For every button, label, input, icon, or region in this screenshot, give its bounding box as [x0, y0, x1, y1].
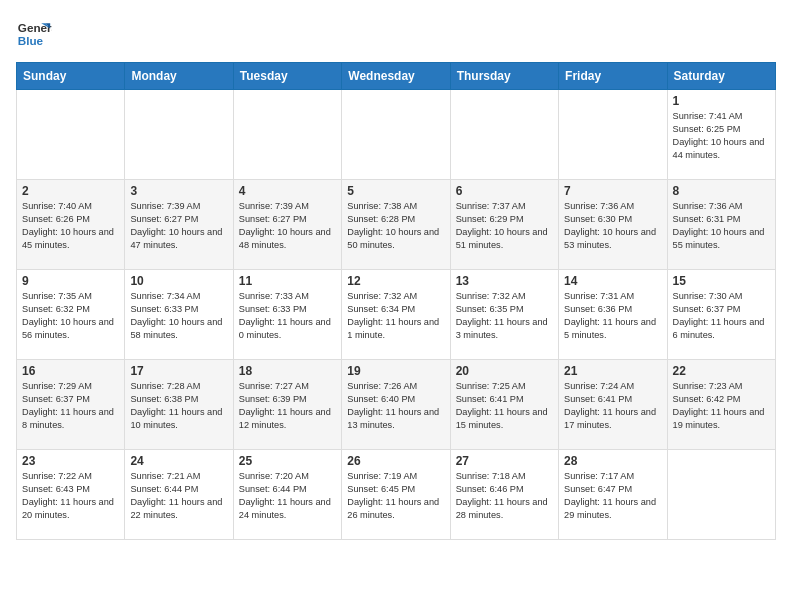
calendar-cell: 8Sunrise: 7:36 AM Sunset: 6:31 PM Daylig… — [667, 180, 775, 270]
calendar-cell: 7Sunrise: 7:36 AM Sunset: 6:30 PM Daylig… — [559, 180, 667, 270]
day-info: Sunrise: 7:22 AM Sunset: 6:43 PM Dayligh… — [22, 470, 119, 522]
day-number: 14 — [564, 274, 661, 288]
day-number: 20 — [456, 364, 553, 378]
calendar-week-1: 1Sunrise: 7:41 AM Sunset: 6:25 PM Daylig… — [17, 90, 776, 180]
day-info: Sunrise: 7:27 AM Sunset: 6:39 PM Dayligh… — [239, 380, 336, 432]
day-number: 7 — [564, 184, 661, 198]
calendar-cell — [233, 90, 341, 180]
logo: General Blue — [16, 16, 52, 52]
calendar-week-2: 2Sunrise: 7:40 AM Sunset: 6:26 PM Daylig… — [17, 180, 776, 270]
calendar-cell: 22Sunrise: 7:23 AM Sunset: 6:42 PM Dayli… — [667, 360, 775, 450]
calendar-cell: 4Sunrise: 7:39 AM Sunset: 6:27 PM Daylig… — [233, 180, 341, 270]
calendar-table: SundayMondayTuesdayWednesdayThursdayFrid… — [16, 62, 776, 540]
day-number: 26 — [347, 454, 444, 468]
calendar-cell: 19Sunrise: 7:26 AM Sunset: 6:40 PM Dayli… — [342, 360, 450, 450]
day-info: Sunrise: 7:25 AM Sunset: 6:41 PM Dayligh… — [456, 380, 553, 432]
calendar-week-4: 16Sunrise: 7:29 AM Sunset: 6:37 PM Dayli… — [17, 360, 776, 450]
day-info: Sunrise: 7:32 AM Sunset: 6:35 PM Dayligh… — [456, 290, 553, 342]
day-number: 10 — [130, 274, 227, 288]
calendar-cell: 16Sunrise: 7:29 AM Sunset: 6:37 PM Dayli… — [17, 360, 125, 450]
day-info: Sunrise: 7:33 AM Sunset: 6:33 PM Dayligh… — [239, 290, 336, 342]
day-info: Sunrise: 7:24 AM Sunset: 6:41 PM Dayligh… — [564, 380, 661, 432]
day-number: 23 — [22, 454, 119, 468]
day-number: 24 — [130, 454, 227, 468]
day-info: Sunrise: 7:28 AM Sunset: 6:38 PM Dayligh… — [130, 380, 227, 432]
day-number: 22 — [673, 364, 770, 378]
day-info: Sunrise: 7:21 AM Sunset: 6:44 PM Dayligh… — [130, 470, 227, 522]
day-number: 3 — [130, 184, 227, 198]
calendar-cell: 9Sunrise: 7:35 AM Sunset: 6:32 PM Daylig… — [17, 270, 125, 360]
page-header: General Blue — [16, 16, 776, 52]
day-number: 21 — [564, 364, 661, 378]
calendar-cell: 20Sunrise: 7:25 AM Sunset: 6:41 PM Dayli… — [450, 360, 558, 450]
calendar-cell — [125, 90, 233, 180]
day-info: Sunrise: 7:31 AM Sunset: 6:36 PM Dayligh… — [564, 290, 661, 342]
weekday-header-thursday: Thursday — [450, 63, 558, 90]
logo-icon: General Blue — [16, 16, 52, 52]
day-info: Sunrise: 7:18 AM Sunset: 6:46 PM Dayligh… — [456, 470, 553, 522]
calendar-cell: 26Sunrise: 7:19 AM Sunset: 6:45 PM Dayli… — [342, 450, 450, 540]
calendar-cell: 2Sunrise: 7:40 AM Sunset: 6:26 PM Daylig… — [17, 180, 125, 270]
calendar-cell: 10Sunrise: 7:34 AM Sunset: 6:33 PM Dayli… — [125, 270, 233, 360]
calendar-cell: 11Sunrise: 7:33 AM Sunset: 6:33 PM Dayli… — [233, 270, 341, 360]
calendar-cell: 14Sunrise: 7:31 AM Sunset: 6:36 PM Dayli… — [559, 270, 667, 360]
day-info: Sunrise: 7:41 AM Sunset: 6:25 PM Dayligh… — [673, 110, 770, 162]
weekday-header-friday: Friday — [559, 63, 667, 90]
day-number: 12 — [347, 274, 444, 288]
day-info: Sunrise: 7:20 AM Sunset: 6:44 PM Dayligh… — [239, 470, 336, 522]
calendar-cell — [450, 90, 558, 180]
day-info: Sunrise: 7:34 AM Sunset: 6:33 PM Dayligh… — [130, 290, 227, 342]
weekday-header-tuesday: Tuesday — [233, 63, 341, 90]
day-number: 1 — [673, 94, 770, 108]
day-number: 4 — [239, 184, 336, 198]
calendar-week-3: 9Sunrise: 7:35 AM Sunset: 6:32 PM Daylig… — [17, 270, 776, 360]
calendar-cell: 25Sunrise: 7:20 AM Sunset: 6:44 PM Dayli… — [233, 450, 341, 540]
day-number: 25 — [239, 454, 336, 468]
day-info: Sunrise: 7:26 AM Sunset: 6:40 PM Dayligh… — [347, 380, 444, 432]
weekday-header-saturday: Saturday — [667, 63, 775, 90]
day-number: 6 — [456, 184, 553, 198]
calendar-cell — [667, 450, 775, 540]
day-number: 11 — [239, 274, 336, 288]
day-info: Sunrise: 7:32 AM Sunset: 6:34 PM Dayligh… — [347, 290, 444, 342]
calendar-cell: 18Sunrise: 7:27 AM Sunset: 6:39 PM Dayli… — [233, 360, 341, 450]
day-number: 18 — [239, 364, 336, 378]
day-info: Sunrise: 7:39 AM Sunset: 6:27 PM Dayligh… — [239, 200, 336, 252]
weekday-header-monday: Monday — [125, 63, 233, 90]
day-info: Sunrise: 7:38 AM Sunset: 6:28 PM Dayligh… — [347, 200, 444, 252]
svg-text:Blue: Blue — [18, 34, 44, 47]
day-info: Sunrise: 7:36 AM Sunset: 6:31 PM Dayligh… — [673, 200, 770, 252]
day-number: 16 — [22, 364, 119, 378]
day-number: 15 — [673, 274, 770, 288]
day-number: 2 — [22, 184, 119, 198]
day-info: Sunrise: 7:17 AM Sunset: 6:47 PM Dayligh… — [564, 470, 661, 522]
day-info: Sunrise: 7:35 AM Sunset: 6:32 PM Dayligh… — [22, 290, 119, 342]
day-info: Sunrise: 7:23 AM Sunset: 6:42 PM Dayligh… — [673, 380, 770, 432]
calendar-cell: 28Sunrise: 7:17 AM Sunset: 6:47 PM Dayli… — [559, 450, 667, 540]
calendar-cell: 3Sunrise: 7:39 AM Sunset: 6:27 PM Daylig… — [125, 180, 233, 270]
weekday-header-sunday: Sunday — [17, 63, 125, 90]
day-number: 17 — [130, 364, 227, 378]
calendar-cell: 27Sunrise: 7:18 AM Sunset: 6:46 PM Dayli… — [450, 450, 558, 540]
day-number: 13 — [456, 274, 553, 288]
calendar-cell: 15Sunrise: 7:30 AM Sunset: 6:37 PM Dayli… — [667, 270, 775, 360]
calendar-cell: 12Sunrise: 7:32 AM Sunset: 6:34 PM Dayli… — [342, 270, 450, 360]
day-info: Sunrise: 7:39 AM Sunset: 6:27 PM Dayligh… — [130, 200, 227, 252]
day-number: 19 — [347, 364, 444, 378]
day-number: 8 — [673, 184, 770, 198]
day-info: Sunrise: 7:19 AM Sunset: 6:45 PM Dayligh… — [347, 470, 444, 522]
svg-text:General: General — [18, 21, 52, 34]
calendar-cell: 5Sunrise: 7:38 AM Sunset: 6:28 PM Daylig… — [342, 180, 450, 270]
calendar-cell: 6Sunrise: 7:37 AM Sunset: 6:29 PM Daylig… — [450, 180, 558, 270]
day-number: 5 — [347, 184, 444, 198]
calendar-cell: 24Sunrise: 7:21 AM Sunset: 6:44 PM Dayli… — [125, 450, 233, 540]
calendar-cell: 17Sunrise: 7:28 AM Sunset: 6:38 PM Dayli… — [125, 360, 233, 450]
calendar-cell: 23Sunrise: 7:22 AM Sunset: 6:43 PM Dayli… — [17, 450, 125, 540]
day-info: Sunrise: 7:30 AM Sunset: 6:37 PM Dayligh… — [673, 290, 770, 342]
weekday-header-row: SundayMondayTuesdayWednesdayThursdayFrid… — [17, 63, 776, 90]
calendar-cell: 21Sunrise: 7:24 AM Sunset: 6:41 PM Dayli… — [559, 360, 667, 450]
day-info: Sunrise: 7:37 AM Sunset: 6:29 PM Dayligh… — [456, 200, 553, 252]
day-number: 27 — [456, 454, 553, 468]
day-number: 9 — [22, 274, 119, 288]
day-number: 28 — [564, 454, 661, 468]
